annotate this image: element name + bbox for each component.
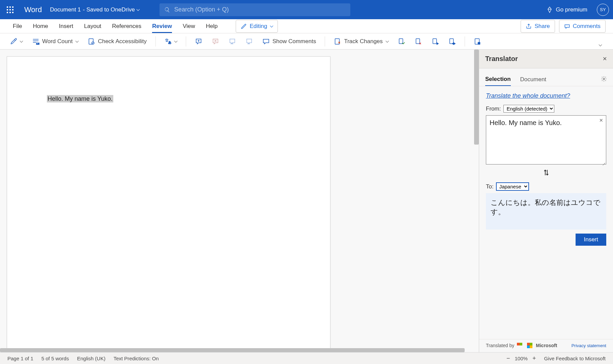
check-accessibility-label: Check Accessibility [98,38,147,45]
swap-languages-button[interactable] [486,168,606,177]
document-page[interactable]: Hello. My name is Yuko. [7,56,330,352]
editing-mode-button[interactable]: Editing [236,20,278,33]
word-count-label: Word Count [42,38,72,45]
svg-rect-6 [7,12,8,13]
tab-references[interactable]: References [107,19,147,33]
workspace: Hello. My name is Yuko. Translator ✕ Sel… [0,50,613,352]
resize-handle-icon[interactable] [602,160,605,163]
search-placeholder: Search (Option + Q) [174,6,229,13]
user-avatar[interactable]: SY [597,4,609,16]
panel-title: Translator [485,55,603,63]
document-name[interactable]: Document 1 [50,6,81,13]
check-accessibility-button[interactable]: Check Accessibility [85,35,149,48]
chevron-down-icon [174,39,178,43]
translator-panel: Translator ✕ Selection Document Translat… [479,50,613,352]
go-premium-button[interactable]: Go premium [546,6,587,13]
zoom-in-button[interactable]: + [532,355,536,362]
page-count[interactable]: Page 1 of 1 [7,356,33,361]
accept-change-button[interactable] [395,35,408,48]
tab-help[interactable]: Help [200,19,223,33]
search-input[interactable]: Search (Option + Q) [159,3,350,16]
insert-button[interactable]: Insert [576,234,606,246]
avatar-initials: SY [600,7,606,12]
tab-view[interactable]: View [177,19,201,33]
horizontal-scrollbar-track[interactable] [0,348,474,352]
microsoft-brand: Microsoft [536,343,557,348]
chevron-down-icon [386,39,389,43]
clear-source-icon[interactable]: ✕ [599,118,603,123]
to-language-select[interactable]: Japanese [496,183,529,190]
horizontal-scrollbar-thumb[interactable] [0,348,465,352]
tab-layout[interactable]: Layout [79,19,107,33]
microsoft-logo-icon [517,343,522,348]
show-comments-label: Show Comments [272,38,316,45]
doc-name-chevron-icon[interactable] [137,8,139,11]
text-predictions-status[interactable]: Text Predictions: On [114,356,159,361]
next-change-button[interactable] [446,35,459,48]
zoom-out-button[interactable]: − [506,355,510,362]
next-comment-button [243,35,256,48]
svg-rect-4 [9,9,11,10]
tab-file[interactable]: File [7,19,27,33]
editing-mode-label: Editing [250,23,267,30]
tab-row: File Home Insert Layout References Revie… [0,19,613,33]
share-label: Share [534,23,550,30]
svg-rect-1 [9,6,11,8]
comments-pane-button[interactable]: Comments [559,20,606,33]
vertical-scrollbar[interactable] [474,50,479,145]
track-changes-label: Track Changes [344,38,383,45]
ribbon-expand-button[interactable] [595,42,606,48]
svg-rect-14 [399,38,403,43]
comments-label: Comments [573,23,601,30]
svg-rect-15 [416,38,420,43]
privacy-link[interactable]: Privacy statement [572,343,606,348]
translated-by-label: Translated by [486,343,514,348]
svg-rect-0 [7,6,8,8]
svg-text:in: in [478,42,480,44]
translate-whole-doc-link[interactable]: Translate the whole document? [486,92,570,99]
source-text: Hello. My name is Yuko. [490,119,562,126]
app-launcher-icon[interactable] [4,4,16,16]
from-language-select[interactable]: English (detected) [503,105,554,113]
svg-text:123: 123 [36,42,39,45]
share-button[interactable]: Share [521,20,555,33]
feedback-link[interactable]: Give Feedback to Microsoft [544,356,606,361]
from-language-row: From: English (detected) [486,105,606,113]
svg-rect-8 [12,12,13,13]
tab-home[interactable]: Home [27,19,53,33]
previous-change-button[interactable] [429,35,442,48]
translate-button[interactable]: あ [162,35,180,48]
svg-rect-2 [12,6,13,8]
svg-text:あ: あ [168,41,171,44]
track-changes-button[interactable]: Track Changes [331,35,391,48]
word-count-status[interactable]: 5 of 5 words [41,356,69,361]
chevron-down-icon [20,39,23,43]
editor-button[interactable] [7,35,25,48]
reject-change-button[interactable] [412,35,425,48]
save-status: - Saved to OneDrive [83,6,135,13]
source-text-box[interactable]: Hello. My name is Yuko. ✕ [486,115,606,164]
show-comments-button[interactable]: Show Comments [260,35,319,48]
word-count-button[interactable]: 123 Word Count [29,35,81,48]
language-status[interactable]: English (UK) [77,356,105,361]
app-name: Word [24,5,42,14]
close-icon[interactable]: ✕ [603,56,607,62]
tab-review[interactable]: Review [147,19,177,33]
document-selected-text[interactable]: Hello. My name is Yuko. [47,95,113,102]
panel-tab-document[interactable]: Document [520,73,546,86]
ribbon: 123 Word Count Check Accessibility あ Sho… [0,33,613,50]
panel-tab-selection[interactable]: Selection [485,73,511,86]
new-comment-button[interactable] [192,35,205,48]
zoom-level[interactable]: 100% [515,356,528,361]
status-bar: Page 1 of 1 5 of 5 words English (UK) Te… [0,352,613,364]
to-language-row: To: Japanese [486,183,606,190]
svg-rect-3 [7,9,8,10]
target-text: こんにちは。私の名前はユウコです。 [491,199,601,216]
linked-notes-button[interactable]: in [471,35,484,48]
gear-icon[interactable] [601,76,607,83]
tab-insert[interactable]: Insert [54,19,79,33]
document-canvas[interactable]: Hello. My name is Yuko. [0,50,479,352]
panel-header: Translator ✕ [479,50,613,68]
panel-footer: Translated by Microsoft Privacy statemen… [479,339,613,352]
svg-point-21 [603,78,605,80]
